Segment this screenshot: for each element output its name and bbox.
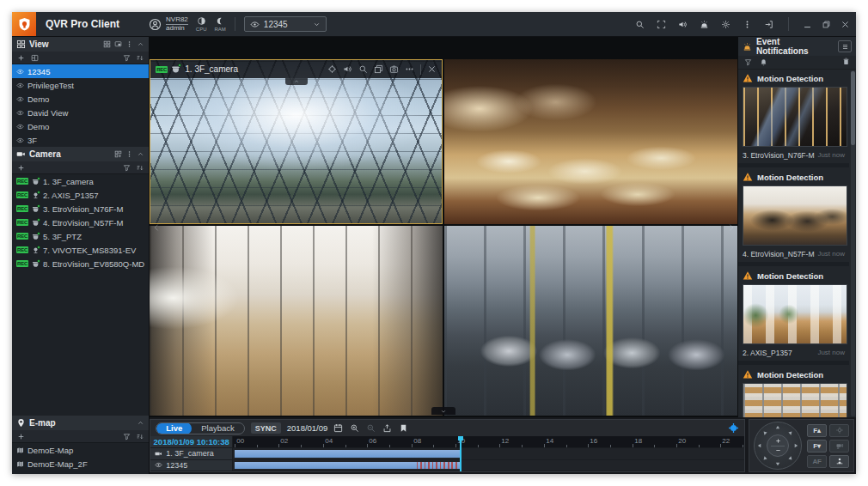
timeline-export-button[interactable]	[382, 423, 392, 433]
prev-view-button[interactable]	[151, 217, 162, 238]
view-chevron-up-button[interactable]	[137, 40, 144, 48]
live-tab[interactable]: Live	[156, 422, 192, 434]
camera-funnel-button[interactable]	[123, 164, 131, 172]
timeline-collapse-handle[interactable]	[431, 407, 455, 415]
camera-item[interactable]: REC4. EtroVision_N57F-M	[12, 216, 149, 229]
event-thumbnail[interactable]	[743, 284, 847, 344]
timeline-date[interactable]: 2018/01/09	[287, 423, 328, 433]
ptz-right-arrow[interactable]	[792, 443, 801, 449]
timeline-row-label[interactable]: 1. 3F_camera	[150, 448, 233, 460]
timeline-bookmark-button[interactable]	[399, 423, 408, 433]
ptz-auto-tour-button[interactable]	[829, 455, 849, 468]
view-monitor-button[interactable]	[114, 40, 122, 48]
tile-more-h-button[interactable]	[405, 64, 414, 74]
video-tile-1-3f-camera[interactable]: REC 1. 3F_camera	[150, 59, 443, 224]
ptz-up-right-arrow[interactable]	[785, 428, 796, 439]
window-restore-button[interactable]	[816, 12, 835, 36]
ptz-down-left-arrow[interactable]	[760, 453, 771, 464]
ptz-preset-button[interactable]	[829, 424, 849, 437]
camera-item[interactable]: REC7. VIVOTEK_MS8391-EV	[12, 243, 149, 257]
timeline-track[interactable]	[233, 448, 744, 460]
emap-section-header[interactable]: E-map	[12, 416, 149, 430]
tile-ptz-target-button[interactable]	[327, 64, 337, 74]
tile-cascade-button[interactable]	[374, 64, 383, 74]
emap-item[interactable]: DemoE-Map_2F	[12, 457, 149, 471]
emap-plus-button[interactable]	[17, 433, 25, 440]
timeline-calendar-button[interactable]	[333, 423, 343, 433]
emap-item[interactable]: DemoE-Map	[12, 443, 149, 457]
emap-sort-button[interactable]	[136, 433, 144, 440]
camera-camgrid-button[interactable]	[114, 150, 122, 158]
ptz-autofocus-button[interactable]: AF	[807, 455, 827, 468]
ptz-down-arrow[interactable]	[775, 459, 781, 469]
locate-playhead-button[interactable]	[728, 422, 739, 434]
event-list-view-button[interactable]	[838, 40, 852, 52]
camera-chevron-up-button[interactable]	[137, 150, 144, 158]
timeline-playhead[interactable]	[460, 436, 462, 471]
window-minimize-button[interactable]	[798, 12, 816, 36]
camera-plus-button[interactable]	[17, 164, 25, 172]
camera-item[interactable]: REC3. EtroVision_N76F-M	[12, 202, 149, 216]
ptz-direction-pad[interactable]	[754, 422, 802, 470]
tile-close-button[interactable]	[427, 64, 437, 74]
event-scrollbar[interactable]	[851, 70, 855, 416]
camera-item[interactable]: REC1. 3F_camera	[12, 174, 149, 188]
event-card[interactable]: Motion Detection3. EtroVision_N76F-MJust…	[738, 70, 849, 167]
ptz-up-left-arrow[interactable]	[760, 428, 771, 439]
scrollbar-thumb[interactable]	[851, 71, 855, 145]
camera-item[interactable]: REC2. AXIS_P1357	[12, 188, 149, 202]
camera-item[interactable]: REC5. 3F_PTZ	[12, 229, 149, 243]
timeline-ruler[interactable]: 000204060810121416182022	[233, 436, 744, 448]
zoom-in-button[interactable]	[775, 437, 781, 446]
view-item-Demo[interactable]: Demo	[12, 92, 149, 106]
volume-button[interactable]	[672, 12, 694, 36]
camera-sort-button[interactable]	[136, 164, 144, 172]
timeline-zoom-in-button[interactable]	[350, 423, 359, 433]
video-tile-restaurant[interactable]	[444, 59, 737, 224]
view-funnel-button[interactable]	[123, 54, 131, 62]
view-section-header[interactable]: View	[12, 37, 149, 52]
event-thumbnail[interactable]	[743, 87, 847, 147]
event-card[interactable]: Motion Detection4. EtroVision_N57F-MJust…	[738, 366, 849, 417]
event-thumbnail[interactable]	[743, 383, 847, 417]
view-item-Demo[interactable]: Demo	[12, 119, 149, 133]
ptz-left-arrow[interactable]	[755, 443, 765, 449]
event-trash-button[interactable]	[842, 58, 850, 65]
video-tile-parking[interactable]	[444, 226, 737, 416]
ptz-ptz-camera-button[interactable]	[829, 440, 849, 453]
event-funnel-button[interactable]	[744, 58, 752, 66]
tile-search-button[interactable]	[358, 64, 368, 74]
view-plus-button[interactable]	[17, 54, 25, 62]
user-account[interactable]: NVR82 admin	[149, 16, 188, 33]
more-v-button[interactable]	[737, 12, 758, 36]
ptz-focus-far-button[interactable]: F▾	[807, 440, 827, 453]
zoom-out-button[interactable]	[775, 446, 781, 454]
event-card[interactable]: Motion Detection4. EtroVision_N57F-MJust…	[738, 168, 849, 266]
sync-button[interactable]: SYNC	[251, 422, 281, 434]
view-item-PrivilegeTest[interactable]: PrivilegeTest	[12, 78, 149, 92]
cpu-gauge[interactable]: CPU	[196, 16, 207, 32]
ptz-down-right-arrow[interactable]	[785, 453, 796, 464]
playback-tab[interactable]: Playback	[192, 422, 244, 434]
video-tile-store[interactable]	[150, 226, 443, 416]
alarm-button[interactable]	[694, 12, 715, 36]
camera-more-v-button[interactable]	[125, 150, 133, 158]
event-card[interactable]: Motion Detection2. AXIS_P1357Just now	[738, 267, 849, 365]
view-sort-button[interactable]	[136, 54, 144, 62]
logout-button[interactable]	[758, 12, 779, 36]
fullscreen-button[interactable]	[651, 12, 672, 36]
event-thumbnail[interactable]	[743, 185, 847, 246]
event-bell-button[interactable]	[760, 58, 767, 66]
ptz-up-arrow[interactable]	[775, 423, 781, 433]
ptz-focus-near-button[interactable]: F▴	[807, 424, 827, 437]
settings-button[interactable]	[715, 12, 737, 36]
view-layout-button[interactable]	[31, 54, 39, 62]
emap-funnel-button[interactable]	[123, 433, 131, 440]
view-item-12345[interactable]: 12345	[12, 64, 149, 78]
view-grid-button[interactable]	[103, 40, 111, 48]
timeline-row-label[interactable]: 12345	[150, 460, 233, 472]
tile-volume-button[interactable]	[343, 64, 352, 74]
camera-item[interactable]: REC8. EtroVision_EV8580Q-MD	[12, 257, 149, 270]
view-item-3F[interactable]: 3F	[12, 133, 149, 147]
view-more-v-button[interactable]	[125, 40, 133, 48]
